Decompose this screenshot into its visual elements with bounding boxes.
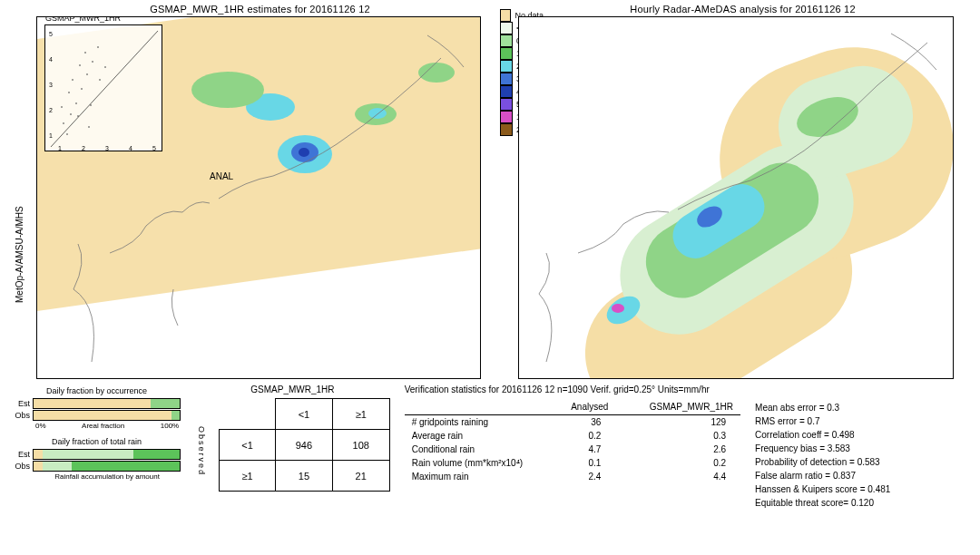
svg-point-17 <box>88 126 90 128</box>
left-panel-ylabel: MetOp-A/AMSU-A/MHS <box>15 206 24 303</box>
metric-line: Equitable threat score= 0.120 <box>755 496 967 510</box>
hbar-segment <box>34 399 151 408</box>
hbar-row: Obs <box>13 410 181 421</box>
svg-point-4 <box>75 102 77 104</box>
ct-row2: ≥1 <box>220 461 276 492</box>
verif-stats-column: Verification statistics for 20161126 12 … <box>405 385 740 510</box>
svg-point-2 <box>70 113 72 115</box>
svg-point-9 <box>92 61 93 63</box>
verif-row: Conditional rain4.72.6 <box>405 443 740 456</box>
svg-line-0 <box>51 31 158 147</box>
svg-text:4: 4 <box>49 56 53 63</box>
svg-point-12 <box>77 115 79 117</box>
colorbar-swatch <box>500 60 513 73</box>
hbar-segment <box>72 462 180 471</box>
colorbar-swatch <box>500 22 513 34</box>
left-panel: GSMAP_MWR_1HR estimates for 20161126 12 … <box>13 4 507 379</box>
svg-point-10 <box>84 52 86 54</box>
scale-right: 100% <box>161 422 179 430</box>
scatter-inset: GSMAP_MWR_1HR 54 32 1 12 34 <box>44 24 162 151</box>
verif-colA: Analysed <box>550 400 616 415</box>
svg-point-18 <box>104 66 106 68</box>
occurrence-title: Daily fraction by occurrence <box>13 386 181 395</box>
contingency-table: <1 ≥1 <1 946 108 ≥1 15 21 <box>219 398 389 492</box>
verif-row-name: # gridpoints raining <box>405 415 550 430</box>
hbar-segment <box>151 399 180 408</box>
svg-point-3 <box>66 133 68 135</box>
svg-text:2: 2 <box>82 145 85 151</box>
colorbar-swatch <box>500 98 513 111</box>
verif-analysed: 36 <box>550 415 616 430</box>
verif-analysed: 0.1 <box>550 456 616 470</box>
verif-row: # gridpoints raining36129 <box>405 415 740 430</box>
metric-line: Hanssen & Kuipers score = 0.481 <box>755 482 967 496</box>
anal-label: ANAL <box>210 171 233 181</box>
colorbar-swatch <box>500 85 513 98</box>
left-map: GSMAP_MWR_1HR 54 32 1 12 34 <box>36 16 481 379</box>
scale-left: 0% <box>35 422 46 430</box>
svg-text:2: 2 <box>49 107 53 113</box>
occurrence-chart: Daily fraction by occurrence EstObs 0% A… <box>13 386 181 430</box>
hbar <box>33 449 181 460</box>
verif-estimate: 0.3 <box>615 429 740 443</box>
svg-text:1: 1 <box>49 132 53 139</box>
colorbar-swatch <box>500 123 513 136</box>
hbar-segment <box>133 450 181 459</box>
verif-analysed: 4.7 <box>550 443 616 456</box>
metrics-list: Mean abs error = 0.3RMS error = 0.7Corre… <box>755 401 967 510</box>
verif-estimate: 0.2 <box>615 456 740 470</box>
verif-analysed: 0.2 <box>550 429 616 443</box>
colorbar-swatch <box>500 9 511 22</box>
svg-text:1: 1 <box>58 145 62 151</box>
verif-row-name: Rain volume (mm*km²x10⁴) <box>405 456 550 470</box>
ct-b: 108 <box>332 430 389 461</box>
verif-row-name: Average rain <box>405 429 550 443</box>
ct-col1: <1 <box>276 399 333 430</box>
svg-point-11 <box>97 46 99 48</box>
verif-row-name: Conditional rain <box>405 443 550 456</box>
hbar-row: Est <box>13 449 181 460</box>
hbar-label: Est <box>13 450 33 459</box>
hbar-label: Est <box>13 399 33 408</box>
top-row: GSMAP_MWR_1HR estimates for 20161126 12 … <box>0 0 980 379</box>
hbar-segment <box>43 450 133 459</box>
metric-line: Mean abs error = 0.3 <box>755 401 967 414</box>
right-panel-title: Hourly Radar-AMeDAS analysis for 2016112… <box>518 4 967 15</box>
metric-line: Frequency bias = 3.583 <box>755 442 967 455</box>
colorbar-swatch <box>500 111 513 123</box>
metric-line: Correlation coeff = 0.498 <box>755 428 967 442</box>
inset-title: GSMAP_MWR_1HR <box>45 16 121 23</box>
coastline <box>519 17 953 378</box>
svg-point-16 <box>61 106 63 108</box>
svg-text:3: 3 <box>105 145 109 151</box>
verif-estimate: 4.4 <box>615 470 740 483</box>
metric-line: RMS error = 0.7 <box>755 414 967 428</box>
metric-line: Probability of detection = 0.583 <box>755 455 967 469</box>
verif-row: Maximum rain2.44.4 <box>405 470 740 483</box>
ct-col2: ≥1 <box>332 399 389 430</box>
hbar <box>33 410 181 421</box>
right-map: 45.40.35.30.25.20. 120.125.130.135.140.1… <box>518 16 954 379</box>
verif-title: Verification statistics for 20161126 12 … <box>405 385 740 394</box>
hbar-row: Obs <box>13 461 181 472</box>
ct-c: 15 <box>276 461 333 492</box>
svg-point-14 <box>68 92 70 93</box>
svg-text:5: 5 <box>152 145 156 151</box>
svg-point-13 <box>90 104 92 106</box>
svg-point-8 <box>79 64 81 66</box>
contingency-title: GSMAP_MWR_1HR <box>195 385 389 394</box>
svg-point-1 <box>63 122 64 124</box>
contingency-column: GSMAP_MWR_1HR Observed <1 ≥1 <1 946 108 … <box>195 385 389 510</box>
verif-estimate: 129 <box>615 415 740 430</box>
hbar-segment <box>34 411 172 420</box>
verif-analysed: 2.4 <box>550 470 616 483</box>
fraction-bars-column: Daily fraction by occurrence EstObs 0% A… <box>13 385 181 510</box>
svg-point-5 <box>81 88 83 90</box>
hbar-label: Obs <box>13 462 33 471</box>
colorbar-swatch <box>500 73 513 85</box>
hbar <box>33 398 181 409</box>
hbar-segment <box>34 450 43 459</box>
svg-text:3: 3 <box>49 82 53 88</box>
left-panel-title: GSMAP_MWR_1HR estimates for 20161126 12 <box>13 4 507 15</box>
svg-text:5: 5 <box>49 31 53 37</box>
